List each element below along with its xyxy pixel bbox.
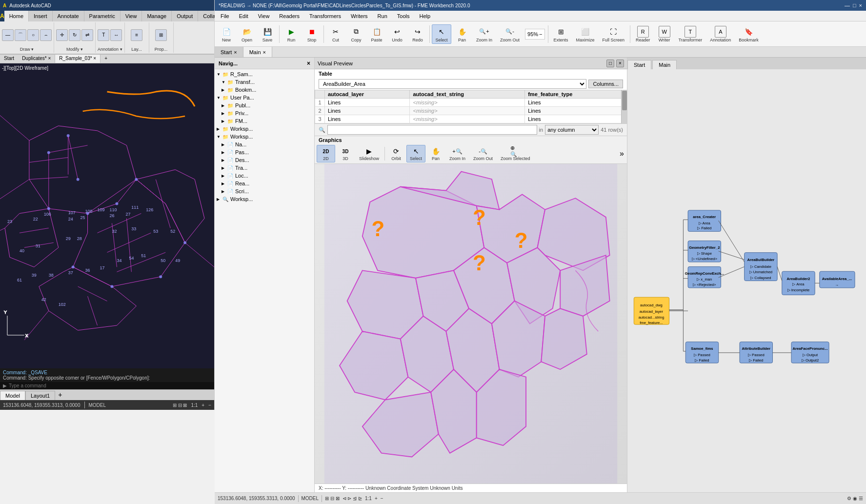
- menu-help[interactable]: Help: [415, 12, 434, 20]
- fme-minus-btn[interactable]: −: [381, 496, 383, 501]
- add-layout-btn[interactable]: +: [55, 389, 65, 400]
- vp-gfx-orbit[interactable]: ⟳ Orbit: [387, 145, 405, 162]
- toolbar-maximize[interactable]: ⬜ Maximize: [573, 24, 598, 44]
- subtab-rsample03[interactable]: R_Sample_03* ×: [55, 55, 101, 63]
- fme-plus-btn[interactable]: +: [375, 496, 378, 501]
- text-tool[interactable]: T: [98, 29, 109, 41]
- toolbar-annotation[interactable]: A Annotation: [706, 24, 734, 44]
- toolbar-cut[interactable]: ✂ Cut: [326, 24, 345, 44]
- navigator-close[interactable]: ×: [307, 60, 310, 67]
- ws-tab-start[interactable]: Start: [627, 60, 651, 69]
- layout1-tab[interactable]: Layout1: [25, 391, 55, 400]
- tree-item-publ[interactable]: ▶ 📁 Publ...: [216, 101, 313, 109]
- subtab-new[interactable]: +: [101, 55, 111, 63]
- tree-item-userpa[interactable]: ▼ 📁 User Pa...: [216, 94, 313, 101]
- autocad-tab-insert[interactable]: Insert: [29, 11, 53, 21]
- menu-readers[interactable]: Readers: [275, 12, 303, 20]
- menu-run[interactable]: Run: [374, 12, 391, 20]
- autocad-tab-annotate[interactable]: Annotate: [53, 11, 84, 21]
- menu-tools[interactable]: Tools: [393, 12, 414, 20]
- toolbar-select[interactable]: ↖ Select: [432, 24, 451, 44]
- tree-item-worksp3[interactable]: ▶ 🔍 Worksp...: [216, 195, 313, 203]
- fme-minimize[interactable]: —: [845, 2, 850, 8]
- layers-tool[interactable]: ≡: [131, 29, 142, 41]
- tree-item-priv[interactable]: ▶ 📁 Priv...: [216, 109, 313, 117]
- tree-item-rea[interactable]: ▶ 📄 Rea...: [216, 180, 313, 187]
- tree-item-na[interactable]: ▶ 📄 Na...: [216, 141, 313, 148]
- polyline-tool[interactable]: ⌒: [15, 29, 26, 41]
- menu-edit[interactable]: Edit: [235, 12, 252, 20]
- toolbar-paste[interactable]: 📋 Paste: [367, 24, 386, 44]
- tree-item-worksp1[interactable]: ▶ 📁 Worksp...: [216, 125, 313, 133]
- toolbar-extents[interactable]: ⊞ Extents: [550, 24, 572, 44]
- toolbar-save[interactable]: 💾 Save: [258, 24, 277, 44]
- vp-search-input[interactable]: [327, 125, 537, 135]
- properties-tool[interactable]: ⊞: [155, 29, 167, 41]
- autocad-tab-manage[interactable]: Manage: [142, 11, 172, 21]
- model-tab[interactable]: Model: [0, 391, 25, 400]
- tree-item-transf[interactable]: ▼ 📁 Transf...: [216, 78, 313, 86]
- vp-feature-type-dropdown[interactable]: AreaBuilder_Area: [319, 79, 586, 89]
- arc-tool[interactable]: ⌢: [40, 29, 52, 41]
- vp-gfx-slideshow[interactable]: ▶ Slideshow: [356, 145, 383, 162]
- tree-item-worksp2[interactable]: ▼ 📁 Worksp...: [216, 133, 313, 141]
- dim-tool[interactable]: ↔: [110, 29, 122, 41]
- menu-view[interactable]: View: [254, 12, 274, 20]
- toolbar-writer[interactable]: W Writer: [655, 24, 674, 44]
- fme-maximize[interactable]: □: [853, 2, 856, 8]
- autocad-tab-view[interactable]: View: [121, 11, 142, 21]
- fme-tab-start-close[interactable]: ×: [234, 49, 237, 55]
- zoom-level[interactable]: 95% −: [525, 29, 544, 40]
- toolbar-new[interactable]: 📄 New: [217, 24, 236, 44]
- menu-file[interactable]: File: [217, 12, 233, 20]
- toolbar-bookmark[interactable]: 🔖 Bookmark: [735, 24, 762, 44]
- fme-tab-main[interactable]: Main ×: [243, 47, 272, 57]
- vp-gfx-3d[interactable]: 3D 3D: [336, 145, 355, 162]
- gfx-more-btn[interactable]: »: [619, 148, 625, 159]
- toolbar-pan[interactable]: ✋ Pan: [452, 24, 472, 44]
- vp-gfx-pan[interactable]: ✋ Pan: [426, 145, 445, 162]
- vp-col-dropdown[interactable]: any column: [545, 125, 599, 135]
- toolbar-open[interactable]: 📂 Open: [237, 24, 257, 44]
- rotate-tool[interactable]: ↻: [69, 29, 81, 41]
- tree-item-des[interactable]: ▶ 📄 Des...: [216, 156, 313, 164]
- autocad-tab-home[interactable]: Home: [4, 11, 29, 21]
- vp-gfx-zoom-out[interactable]: -🔍 Zoom Out: [470, 145, 496, 162]
- autocad-tab-output[interactable]: Output: [172, 11, 198, 21]
- toolbar-stop[interactable]: ⏹ Stop: [302, 24, 322, 44]
- fme-tab-start[interactable]: Start ×: [215, 47, 243, 57]
- tree-item-bookm[interactable]: ▶ 📁 Bookm...: [216, 86, 313, 94]
- line-tool[interactable]: —: [2, 29, 14, 41]
- toolbar-copy[interactable]: ⧉ Copy: [346, 24, 366, 44]
- vp-gfx-2d[interactable]: 2D 2D: [317, 145, 335, 162]
- fme-tab-main-close[interactable]: ×: [263, 49, 266, 55]
- ws-tab-main[interactable]: Main: [652, 60, 677, 69]
- vp-columns-btn[interactable]: Columns...: [588, 80, 623, 88]
- tree-item-tra[interactable]: ▶ 📄 Tra...: [216, 164, 313, 172]
- toolbar-zoom-in[interactable]: 🔍+ Zoom In: [473, 24, 496, 44]
- vp-restore[interactable]: □: [606, 60, 614, 67]
- toolbar-undo[interactable]: ↩ Undo: [387, 24, 407, 44]
- autocad-tab-parametric[interactable]: Parametric: [84, 11, 121, 21]
- toolbar-fullscreen[interactable]: ⛶ Full Screen: [599, 24, 628, 44]
- zoom-minus-btn[interactable]: −: [539, 31, 542, 37]
- vp-close[interactable]: ×: [616, 60, 624, 67]
- subtab-start[interactable]: Start: [0, 55, 18, 63]
- zoom-minus[interactable]: −: [208, 403, 211, 408]
- vp-gfx-select[interactable]: ↖ Select: [406, 145, 425, 162]
- vp-table-scrollbar[interactable]: [621, 90, 627, 123]
- fme-close[interactable]: ×: [859, 2, 862, 8]
- mirror-tool[interactable]: ⇌: [81, 29, 93, 41]
- zoom-plus[interactable]: +: [201, 403, 204, 408]
- toolbar-reader[interactable]: R Reader: [632, 24, 654, 44]
- toolbar-run[interactable]: ▶ Run: [282, 24, 301, 44]
- circle-tool[interactable]: ○: [27, 29, 39, 41]
- subtab-duplicates[interactable]: Duplicates* ×: [18, 55, 55, 63]
- move-tool[interactable]: ✛: [56, 29, 68, 41]
- toolbar-redo[interactable]: ↪ Redo: [408, 24, 427, 44]
- tree-item-loc[interactable]: ▶ 📄 Loc...: [216, 172, 313, 180]
- tree-item-scri[interactable]: ▶ 📄 Scri...: [216, 187, 313, 195]
- vp-gfx-zoom-in[interactable]: +🔍 Zoom In: [446, 145, 469, 162]
- tree-item-pas[interactable]: ▶ 📄 Pas...: [216, 148, 313, 156]
- toolbar-zoom-out[interactable]: 🔍- Zoom Out: [497, 24, 523, 44]
